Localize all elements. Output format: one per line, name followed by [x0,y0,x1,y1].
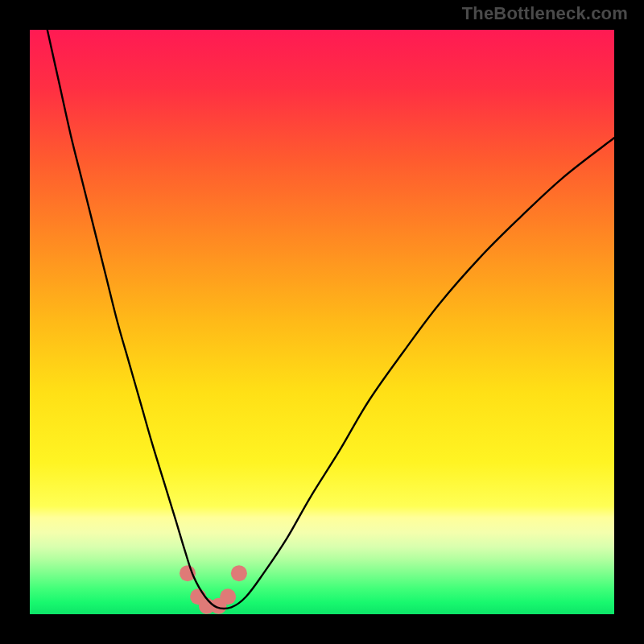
plot-area [30,30,614,614]
watermark-text: TheBottleneck.com [462,3,628,24]
bottleneck-curve [47,30,614,609]
curve-marker [231,565,247,581]
outer-frame: TheBottleneck.com [0,0,644,644]
chart-canvas [30,30,614,614]
curve-markers [180,565,247,614]
curve-marker [220,588,236,605]
